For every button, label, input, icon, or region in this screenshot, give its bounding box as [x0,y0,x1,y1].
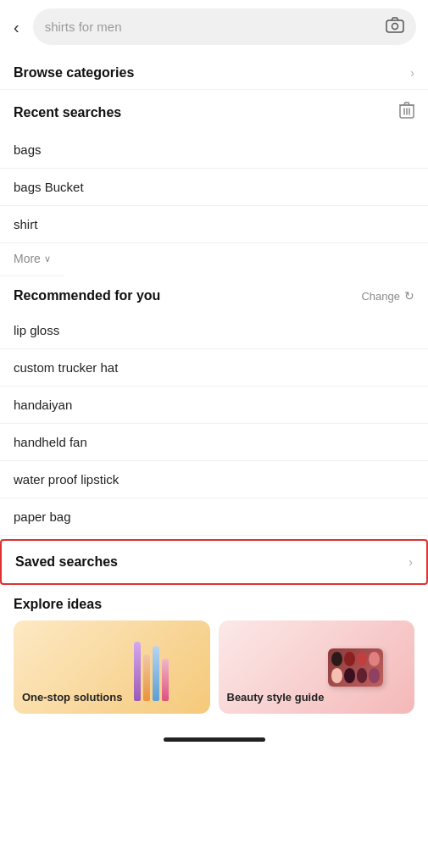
recent-item-bags-bucket[interactable]: bags Bucket [0,169,428,206]
trash-icon[interactable] [399,102,414,123]
tube-1 [134,642,141,701]
palette-dot-5 [331,668,342,683]
search-input-text: shirts for men [45,19,122,34]
palette-dot-8 [369,668,380,683]
svg-point-1 [392,24,398,30]
home-indicator [164,737,265,742]
recent-searches-label: Recent searches [14,105,121,120]
card-beauty-label: Beauty style guide [219,682,333,714]
rec-item-lip-gloss[interactable]: lip gloss [0,312,428,349]
browse-categories-row[interactable]: Browse categories › [0,53,428,89]
card-solutions-label: One-stop solutions [14,682,131,714]
explore-card-beauty[interactable]: Beauty style guide [219,620,415,714]
recent-searches-header: Recent searches [0,90,428,131]
recommended-label: Recommended for you [14,288,160,303]
svg-rect-0 [386,20,403,32]
tubes-illustration [134,633,169,701]
browse-categories-label: Browse categories [14,65,134,81]
back-button[interactable]: ‹ [8,15,25,39]
bottom-bar [0,731,428,752]
recommended-header: Recommended for you Change ↻ [0,276,428,312]
rec-item-lipstick[interactable]: water proof lipstick [0,461,428,498]
recent-item-shirt[interactable]: shirt [0,206,428,243]
camera-icon[interactable] [386,16,404,37]
more-label: More [14,252,41,265]
palette-dot-6 [344,668,355,683]
saved-searches-label: Saved searches [15,554,118,570]
change-label: Change [361,290,400,303]
more-button[interactable]: More ∨ [0,243,64,276]
tube-3 [153,646,159,701]
palette-dot-1 [331,652,342,667]
more-chevron-icon: ∨ [44,253,51,264]
rec-item-paper-bag[interactable]: paper bag [0,498,428,536]
change-button[interactable]: Change ↻ [361,289,414,303]
saved-searches-row[interactable]: Saved searches › [0,539,428,585]
explore-cards-container: One-stop solutions Beauty style guide [0,620,428,731]
rec-item-handheld-fan[interactable]: handheld fan [0,424,428,461]
palette-dot-3 [357,652,368,667]
tube-4 [162,659,169,701]
palette-dot-7 [357,668,368,683]
explore-header: Explore ideas [0,585,428,620]
palette-illustration [328,648,383,687]
search-bar[interactable]: shirts for men [33,8,416,45]
palette-dot-4 [369,652,380,667]
tube-2 [143,654,150,701]
palette-dot-2 [344,652,355,667]
rec-item-trucker-hat[interactable]: custom trucker hat [0,349,428,387]
recent-item-bags[interactable]: bags [0,131,428,169]
refresh-icon: ↻ [404,289,414,303]
browse-chevron-icon: › [410,66,414,80]
explore-card-solutions[interactable]: One-stop solutions [14,620,210,714]
rec-item-handaiyan[interactable]: handaiyan [0,387,428,424]
explore-title: Explore ideas [14,597,102,611]
top-bar: ‹ shirts for men [0,0,428,53]
saved-searches-chevron-icon: › [409,555,413,569]
back-icon: ‹ [14,18,19,36]
